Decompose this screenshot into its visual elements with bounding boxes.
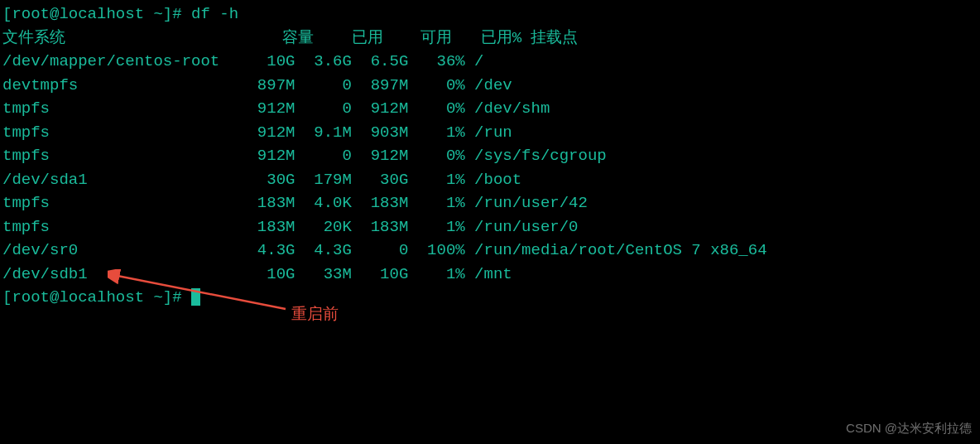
table-row: /dev/mapper/centos-root 10G 3.6G 6.5G 36… — [2, 50, 978, 74]
table-row: /dev/sdb1 10G 33M 10G 1% /mnt — [2, 263, 978, 287]
table-row: tmpfs 912M 0 912M 0% /dev/shm — [2, 97, 978, 121]
table-row: /dev/sda1 30G 179M 30G 1% /boot — [2, 168, 978, 192]
table-row: tmpfs 912M 9.1M 903M 1% /run — [2, 121, 978, 145]
table-body: /dev/mapper/centos-root 10G 3.6G 6.5G 36… — [2, 50, 978, 286]
table-row: tmpfs 912M 0 912M 0% /sys/fs/cgroup — [2, 144, 978, 168]
command-text: df -h — [191, 5, 238, 23]
prompt-prefix: [root@localhost ~]# — [2, 5, 191, 23]
watermark: CSDN @达米安利拉德 — [846, 419, 972, 438]
cursor — [191, 288, 200, 306]
prompt-prefix-2: [root@localhost ~]# — [2, 288, 191, 306]
annotation-label: 重启前 — [291, 302, 339, 326]
prompt-line-1: [root@localhost ~]# df -h — [2, 2, 978, 27]
prompt-line-2[interactable]: [root@localhost ~]# — [2, 286, 978, 310]
table-row: tmpfs 183M 4.0K 183M 1% /run/user/42 — [2, 191, 978, 215]
table-row: devtmpfs 897M 0 897M 0% /dev — [2, 74, 978, 98]
table-header: 文件系统 容量 已用 可用 已用% 挂载点 — [2, 27, 978, 51]
table-row: /dev/sr0 4.3G 4.3G 0 100% /run/media/roo… — [2, 239, 978, 263]
table-row: tmpfs 183M 20K 183M 1% /run/user/0 — [2, 215, 978, 239]
